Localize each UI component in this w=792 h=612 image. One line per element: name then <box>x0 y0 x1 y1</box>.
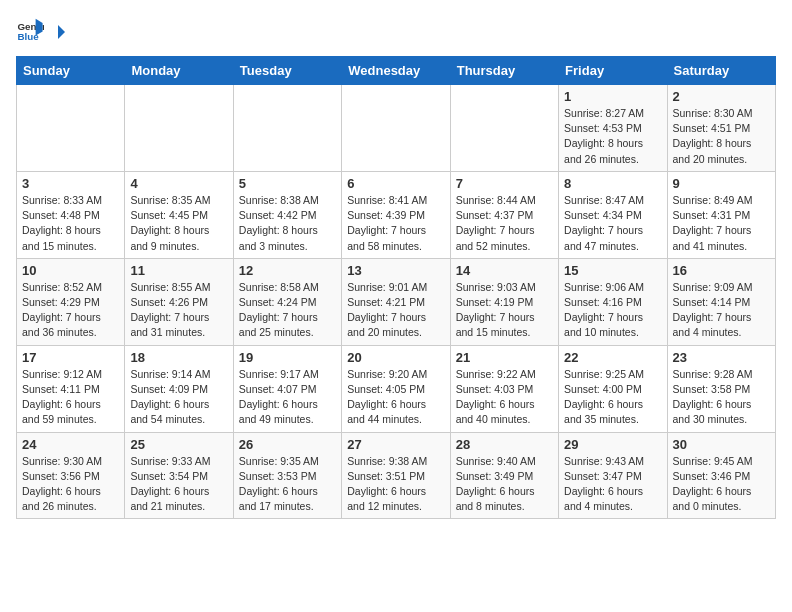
svg-text:Blue: Blue <box>17 31 39 42</box>
calendar-cell: 12Sunrise: 8:58 AM Sunset: 4:24 PM Dayli… <box>233 258 341 345</box>
calendar-cell: 6Sunrise: 8:41 AM Sunset: 4:39 PM Daylig… <box>342 171 450 258</box>
day-number: 29 <box>564 437 661 452</box>
calendar-cell <box>342 85 450 172</box>
weekday-header-tuesday: Tuesday <box>233 57 341 85</box>
day-info: Sunrise: 8:52 AM Sunset: 4:29 PM Dayligh… <box>22 280 119 341</box>
day-info: Sunrise: 9:01 AM Sunset: 4:21 PM Dayligh… <box>347 280 444 341</box>
day-number: 28 <box>456 437 553 452</box>
calendar-cell: 4Sunrise: 8:35 AM Sunset: 4:45 PM Daylig… <box>125 171 233 258</box>
calendar-cell: 20Sunrise: 9:20 AM Sunset: 4:05 PM Dayli… <box>342 345 450 432</box>
calendar-cell: 17Sunrise: 9:12 AM Sunset: 4:11 PM Dayli… <box>17 345 125 432</box>
logo-chevron-icon <box>49 23 67 41</box>
day-number: 8 <box>564 176 661 191</box>
day-number: 27 <box>347 437 444 452</box>
day-number: 26 <box>239 437 336 452</box>
day-info: Sunrise: 9:22 AM Sunset: 4:03 PM Dayligh… <box>456 367 553 428</box>
day-number: 21 <box>456 350 553 365</box>
day-info: Sunrise: 9:35 AM Sunset: 3:53 PM Dayligh… <box>239 454 336 515</box>
calendar-table: SundayMondayTuesdayWednesdayThursdayFrid… <box>16 56 776 519</box>
logo: General Blue <box>16 16 67 44</box>
day-info: Sunrise: 8:47 AM Sunset: 4:34 PM Dayligh… <box>564 193 661 254</box>
day-info: Sunrise: 9:33 AM Sunset: 3:54 PM Dayligh… <box>130 454 227 515</box>
day-info: Sunrise: 8:55 AM Sunset: 4:26 PM Dayligh… <box>130 280 227 341</box>
day-number: 14 <box>456 263 553 278</box>
calendar-cell: 22Sunrise: 9:25 AM Sunset: 4:00 PM Dayli… <box>559 345 667 432</box>
calendar-cell: 9Sunrise: 8:49 AM Sunset: 4:31 PM Daylig… <box>667 171 775 258</box>
weekday-header-saturday: Saturday <box>667 57 775 85</box>
day-info: Sunrise: 9:09 AM Sunset: 4:14 PM Dayligh… <box>673 280 770 341</box>
day-info: Sunrise: 8:30 AM Sunset: 4:51 PM Dayligh… <box>673 106 770 167</box>
calendar-cell: 3Sunrise: 8:33 AM Sunset: 4:48 PM Daylig… <box>17 171 125 258</box>
calendar-cell: 25Sunrise: 9:33 AM Sunset: 3:54 PM Dayli… <box>125 432 233 519</box>
day-number: 17 <box>22 350 119 365</box>
calendar-cell <box>233 85 341 172</box>
day-info: Sunrise: 9:28 AM Sunset: 3:58 PM Dayligh… <box>673 367 770 428</box>
day-number: 5 <box>239 176 336 191</box>
calendar-cell: 13Sunrise: 9:01 AM Sunset: 4:21 PM Dayli… <box>342 258 450 345</box>
day-info: Sunrise: 8:41 AM Sunset: 4:39 PM Dayligh… <box>347 193 444 254</box>
weekday-header-row: SundayMondayTuesdayWednesdayThursdayFrid… <box>17 57 776 85</box>
calendar-cell: 8Sunrise: 8:47 AM Sunset: 4:34 PM Daylig… <box>559 171 667 258</box>
calendar-cell: 23Sunrise: 9:28 AM Sunset: 3:58 PM Dayli… <box>667 345 775 432</box>
day-info: Sunrise: 9:45 AM Sunset: 3:46 PM Dayligh… <box>673 454 770 515</box>
calendar-cell: 19Sunrise: 9:17 AM Sunset: 4:07 PM Dayli… <box>233 345 341 432</box>
calendar-cell: 28Sunrise: 9:40 AM Sunset: 3:49 PM Dayli… <box>450 432 558 519</box>
day-number: 11 <box>130 263 227 278</box>
calendar-cell: 26Sunrise: 9:35 AM Sunset: 3:53 PM Dayli… <box>233 432 341 519</box>
day-number: 10 <box>22 263 119 278</box>
day-info: Sunrise: 8:44 AM Sunset: 4:37 PM Dayligh… <box>456 193 553 254</box>
day-info: Sunrise: 9:40 AM Sunset: 3:49 PM Dayligh… <box>456 454 553 515</box>
day-number: 25 <box>130 437 227 452</box>
calendar-week-row: 17Sunrise: 9:12 AM Sunset: 4:11 PM Dayli… <box>17 345 776 432</box>
calendar-cell: 24Sunrise: 9:30 AM Sunset: 3:56 PM Dayli… <box>17 432 125 519</box>
day-number: 13 <box>347 263 444 278</box>
day-info: Sunrise: 9:20 AM Sunset: 4:05 PM Dayligh… <box>347 367 444 428</box>
calendar-week-row: 24Sunrise: 9:30 AM Sunset: 3:56 PM Dayli… <box>17 432 776 519</box>
day-info: Sunrise: 9:06 AM Sunset: 4:16 PM Dayligh… <box>564 280 661 341</box>
day-number: 9 <box>673 176 770 191</box>
calendar-cell: 21Sunrise: 9:22 AM Sunset: 4:03 PM Dayli… <box>450 345 558 432</box>
day-number: 1 <box>564 89 661 104</box>
calendar-cell: 16Sunrise: 9:09 AM Sunset: 4:14 PM Dayli… <box>667 258 775 345</box>
day-number: 22 <box>564 350 661 365</box>
calendar-cell: 5Sunrise: 8:38 AM Sunset: 4:42 PM Daylig… <box>233 171 341 258</box>
calendar-cell: 27Sunrise: 9:38 AM Sunset: 3:51 PM Dayli… <box>342 432 450 519</box>
calendar-cell: 11Sunrise: 8:55 AM Sunset: 4:26 PM Dayli… <box>125 258 233 345</box>
weekday-header-friday: Friday <box>559 57 667 85</box>
day-info: Sunrise: 9:30 AM Sunset: 3:56 PM Dayligh… <box>22 454 119 515</box>
day-info: Sunrise: 8:58 AM Sunset: 4:24 PM Dayligh… <box>239 280 336 341</box>
day-number: 6 <box>347 176 444 191</box>
day-info: Sunrise: 9:17 AM Sunset: 4:07 PM Dayligh… <box>239 367 336 428</box>
calendar-week-row: 3Sunrise: 8:33 AM Sunset: 4:48 PM Daylig… <box>17 171 776 258</box>
day-number: 4 <box>130 176 227 191</box>
calendar-cell <box>17 85 125 172</box>
calendar-cell: 30Sunrise: 9:45 AM Sunset: 3:46 PM Dayli… <box>667 432 775 519</box>
day-info: Sunrise: 9:25 AM Sunset: 4:00 PM Dayligh… <box>564 367 661 428</box>
day-info: Sunrise: 9:38 AM Sunset: 3:51 PM Dayligh… <box>347 454 444 515</box>
weekday-header-wednesday: Wednesday <box>342 57 450 85</box>
day-number: 2 <box>673 89 770 104</box>
day-info: Sunrise: 9:12 AM Sunset: 4:11 PM Dayligh… <box>22 367 119 428</box>
day-info: Sunrise: 8:35 AM Sunset: 4:45 PM Dayligh… <box>130 193 227 254</box>
weekday-header-sunday: Sunday <box>17 57 125 85</box>
calendar-week-row: 1Sunrise: 8:27 AM Sunset: 4:53 PM Daylig… <box>17 85 776 172</box>
day-info: Sunrise: 8:33 AM Sunset: 4:48 PM Dayligh… <box>22 193 119 254</box>
day-number: 23 <box>673 350 770 365</box>
calendar-cell: 7Sunrise: 8:44 AM Sunset: 4:37 PM Daylig… <box>450 171 558 258</box>
header: General Blue <box>16 16 776 44</box>
day-info: Sunrise: 9:43 AM Sunset: 3:47 PM Dayligh… <box>564 454 661 515</box>
day-info: Sunrise: 8:27 AM Sunset: 4:53 PM Dayligh… <box>564 106 661 167</box>
calendar-cell: 2Sunrise: 8:30 AM Sunset: 4:51 PM Daylig… <box>667 85 775 172</box>
logo-icon: General Blue <box>16 16 44 44</box>
calendar-cell <box>125 85 233 172</box>
day-number: 15 <box>564 263 661 278</box>
day-number: 18 <box>130 350 227 365</box>
weekday-header-thursday: Thursday <box>450 57 558 85</box>
day-number: 20 <box>347 350 444 365</box>
calendar-cell: 14Sunrise: 9:03 AM Sunset: 4:19 PM Dayli… <box>450 258 558 345</box>
svg-marker-2 <box>58 25 65 39</box>
day-info: Sunrise: 8:38 AM Sunset: 4:42 PM Dayligh… <box>239 193 336 254</box>
calendar-cell: 29Sunrise: 9:43 AM Sunset: 3:47 PM Dayli… <box>559 432 667 519</box>
day-info: Sunrise: 8:49 AM Sunset: 4:31 PM Dayligh… <box>673 193 770 254</box>
calendar-cell <box>450 85 558 172</box>
